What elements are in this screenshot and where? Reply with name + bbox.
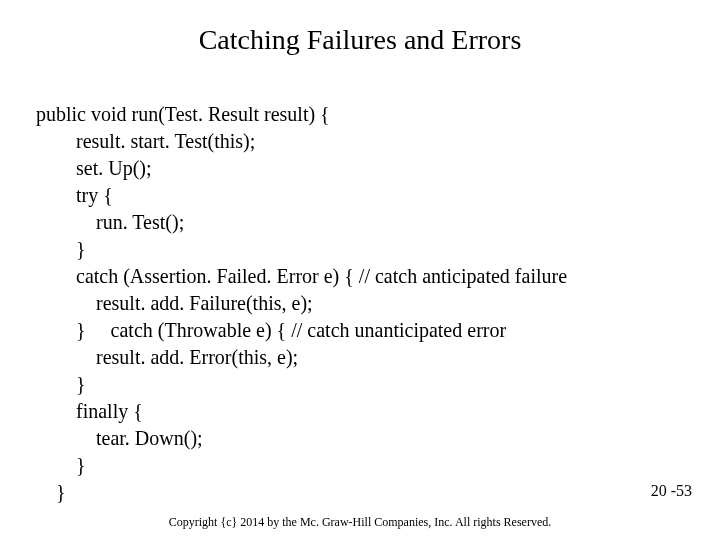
slide: Catching Failures and Errors public void… — [0, 0, 720, 540]
code-block: public void run(Test. Result result) { r… — [0, 74, 720, 506]
code-line: result. start. Test(this); — [36, 130, 255, 152]
code-line: finally { — [36, 400, 143, 422]
code-line: } — [36, 238, 86, 260]
code-line: try { — [36, 184, 113, 206]
code-line: tear. Down(); — [36, 427, 203, 449]
code-line: set. Up(); — [36, 157, 152, 179]
code-line: } — [36, 454, 86, 476]
copyright-notice: Copyright {c} 2014 by the Mc. Graw-Hill … — [0, 515, 720, 530]
page-number: 20 -53 — [651, 482, 692, 500]
code-line: result. add. Error(this, e); — [36, 346, 298, 368]
code-line: result. add. Failure(this, e); — [36, 292, 313, 314]
code-line: } catch (Throwable e) { // catch unantic… — [36, 319, 506, 341]
code-line: } — [36, 481, 66, 503]
code-line: } — [36, 373, 86, 395]
code-line: public void run(Test. Result result) { — [36, 103, 330, 125]
code-line: run. Test(); — [36, 211, 184, 233]
code-line: catch (Assertion. Failed. Error e) { // … — [36, 265, 567, 287]
slide-title: Catching Failures and Errors — [0, 0, 720, 74]
